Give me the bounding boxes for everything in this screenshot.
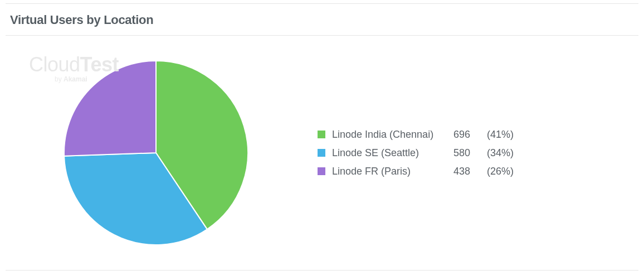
pie-chart bbox=[61, 58, 251, 248]
legend-value: 580 bbox=[453, 146, 487, 161]
chart-body: CloudTest by Akamai Linode India (Chenna… bbox=[6, 36, 638, 270]
pie-slice bbox=[64, 61, 156, 156]
legend-swatch bbox=[318, 131, 325, 138]
legend-value: 696 bbox=[453, 127, 487, 142]
legend-row: Linode India (Chennai)696(41%) bbox=[318, 127, 638, 142]
legend-row: Linode SE (Seattle)580(34%) bbox=[318, 146, 638, 161]
legend-row: Linode FR (Paris)438(26%) bbox=[318, 164, 638, 179]
legend-percent: (26%) bbox=[487, 164, 514, 179]
legend-value: 438 bbox=[453, 164, 487, 179]
legend-percent: (41%) bbox=[487, 127, 514, 142]
legend-swatch bbox=[318, 167, 325, 175]
legend-swatch bbox=[318, 149, 325, 157]
legend-name: Linode SE (Seattle) bbox=[332, 146, 453, 161]
legend-percent: (34%) bbox=[487, 146, 514, 161]
legend: Linode India (Chennai)696(41%)Linode SE … bbox=[306, 127, 638, 179]
chart-panel: Virtual Users by Location CloudTest by A… bbox=[6, 3, 638, 271]
page-title: Virtual Users by Location bbox=[10, 13, 634, 27]
legend-name: Linode India (Chennai) bbox=[332, 127, 453, 142]
pie-chart-container bbox=[6, 36, 306, 270]
legend-name: Linode FR (Paris) bbox=[332, 164, 453, 179]
panel-header: Virtual Users by Location bbox=[6, 4, 638, 36]
